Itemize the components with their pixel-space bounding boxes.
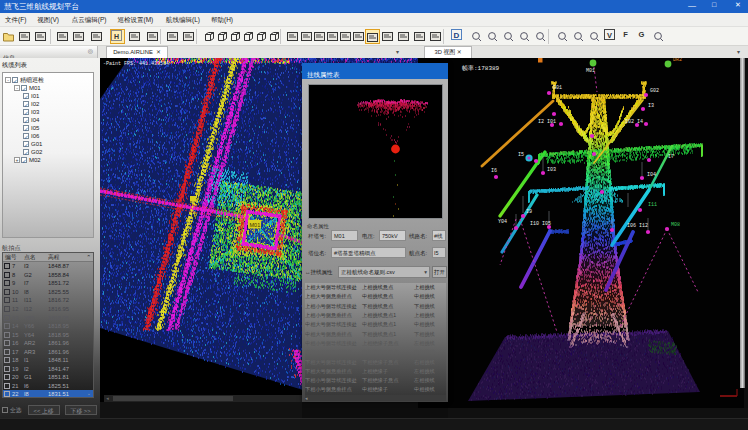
svg-text:M08: M08 xyxy=(671,222,680,228)
svg-text:I6: I6 xyxy=(491,168,497,174)
svg-text:-Paint FPS: 441.433564: -Paint FPS: 441.433564 xyxy=(103,61,169,67)
svg-text:Y04: Y04 xyxy=(498,219,507,225)
svg-text:G02: G02 xyxy=(650,88,659,94)
svg-text:I9: I9 xyxy=(526,209,532,215)
svg-text:I04: I04 xyxy=(647,172,656,178)
svg-text:I06 I12: I06 I12 xyxy=(627,223,648,229)
svg-text:M01: M01 xyxy=(586,68,595,74)
svg-text:M01: M01 xyxy=(250,222,261,228)
svg-text:I10 I05: I10 I05 xyxy=(530,221,551,227)
svg-text:I5: I5 xyxy=(518,152,524,158)
svg-text:DR2: DR2 xyxy=(673,58,682,63)
svg-text:I11: I11 xyxy=(648,202,657,208)
svg-text:I02 I4: I02 I4 xyxy=(625,119,643,125)
svg-text:I7: I7 xyxy=(668,154,674,160)
svg-text:I03: I03 xyxy=(547,167,556,173)
svg-text:G01: G01 xyxy=(553,85,562,91)
svg-text:I2 I01: I2 I01 xyxy=(538,119,556,125)
svg-text:帧率:178389: 帧率:178389 xyxy=(462,64,500,72)
svg-text:I3: I3 xyxy=(648,103,654,109)
